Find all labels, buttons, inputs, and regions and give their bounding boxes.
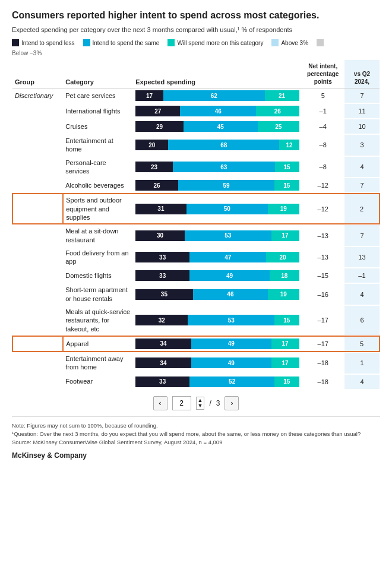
table-row: DiscretionaryPet care services 17 62 21 … (12, 88, 380, 103)
category-cell: Alcoholic beverages (63, 178, 133, 192)
table-row: Footwear 33 52 15 –184 (12, 375, 380, 389)
bar-dark: 31 (135, 204, 186, 214)
bar-chart: 33 49 18 (135, 270, 299, 281)
net-cell: –4 (302, 119, 344, 134)
bar-chart: 29 45 25 (135, 121, 299, 132)
group-cell (12, 268, 63, 283)
legend-label-above: Above 3% (281, 40, 308, 46)
net-cell: –18 (302, 353, 344, 374)
group-cell (12, 375, 63, 389)
bar-dark: 23 (135, 162, 173, 172)
category-cell: Domestic flights (63, 268, 133, 283)
bar-chart: 34 49 17 (135, 338, 299, 349)
bar-teal: 15 (274, 376, 299, 387)
group-cell (12, 178, 63, 192)
group-cell (12, 247, 63, 268)
bar-dark: 33 (135, 270, 189, 281)
group-cell (12, 306, 63, 335)
category-cell: Personal-care services (63, 157, 133, 178)
bar-cell: 34 49 17 (133, 353, 301, 374)
bar-teal: 17 (271, 338, 299, 349)
bar-dark: 17 (135, 90, 163, 101)
legend: Intend to spend less Intend to spend the… (12, 39, 324, 46)
bar-blue: 49 (191, 357, 271, 368)
net-cell: 5 (302, 88, 344, 103)
bar-blue: 53 (185, 230, 271, 241)
bar-teal: 26 (256, 106, 299, 116)
bar-dark: 29 (135, 121, 184, 132)
bar-blue: 59 (178, 180, 274, 191)
table-row: Domestic flights 33 49 18 –15–1 (12, 268, 380, 283)
table-row: Personal-care services 23 63 15 –84 (12, 157, 380, 178)
bar-dark: 33 (135, 376, 189, 387)
bar-chart: 17 62 21 (135, 90, 299, 101)
category-cell: Entertainment at home (63, 135, 133, 156)
bar-chart: 32 53 15 (135, 315, 299, 325)
bar-chart: 34 49 17 (135, 357, 299, 368)
net-cell: –17 (302, 306, 344, 335)
bar-cell: 33 49 18 (133, 268, 301, 283)
bar-dark: 26 (135, 180, 178, 191)
bar-blue: 53 (188, 315, 274, 325)
net-cell: –18 (302, 375, 344, 389)
bar-blue: 49 (191, 338, 271, 349)
table-row: Food delivery from an app 33 47 20 –1313 (12, 247, 380, 268)
page-separator: / (209, 399, 211, 407)
bar-teal: 19 (268, 204, 299, 214)
category-cell: Apparel (63, 336, 133, 352)
vs-cell: 11 (344, 104, 380, 118)
bar-dark: 30 (135, 230, 185, 241)
subtitle: Expected spending per category over the … (12, 26, 380, 34)
page-number-input[interactable] (172, 396, 191, 410)
bar-chart: 33 47 20 (135, 252, 299, 262)
bar-chart: 30 53 17 (135, 230, 299, 241)
footnote-line: ¹Question: Over the next 3 months, do yo… (12, 430, 380, 438)
bar-dark: 32 (135, 315, 188, 325)
legend-item-same: Intend to spend the same (83, 39, 160, 46)
bar-teal: 20 (266, 252, 299, 262)
table-row: Entertainment at home 20 68 12 –83 (12, 135, 380, 156)
net-cell: –8 (302, 157, 344, 178)
bar-dark: 33 (135, 252, 189, 262)
vs-cell: –1 (344, 268, 380, 283)
vs-cell: 4 (344, 284, 380, 305)
table-row: Entertainment away from home 34 49 17 –1… (12, 353, 380, 374)
bar-chart: 20 68 12 (135, 140, 299, 150)
bar-cell: 29 45 25 (133, 119, 301, 134)
net-cell: –12 (302, 194, 344, 224)
bar-dark: 20 (135, 140, 168, 150)
prev-page-button[interactable]: ‹ (153, 396, 167, 410)
legend-label-less: Intend to spend less (21, 40, 75, 46)
below-label: Below −3% (12, 50, 380, 56)
page-stepper[interactable]: ▲▼ (196, 397, 205, 410)
next-page-button[interactable]: › (225, 396, 239, 410)
group-cell (12, 225, 63, 246)
bar-blue: 46 (193, 289, 268, 300)
category-cell: Cruises (63, 119, 133, 134)
bar-dark: 34 (135, 357, 191, 368)
bar-teal: 15 (274, 315, 299, 325)
bar-teal: 15 (274, 180, 299, 191)
group-cell (12, 104, 63, 118)
net-cell: –16 (302, 284, 344, 305)
bar-teal: 17 (271, 230, 299, 241)
legend-label-more: Will spend more on this category (177, 40, 263, 46)
vs-cell: 2 (344, 194, 380, 224)
bar-teal: 15 (275, 162, 299, 172)
vs-cell: 5 (344, 336, 380, 352)
bar-dark: 35 (135, 289, 192, 300)
bar-chart: 23 63 15 (135, 162, 299, 172)
bar-blue: 62 (163, 90, 265, 101)
table-row: Meal at a sit-down restaurant 30 53 17 –… (12, 225, 380, 246)
bar-cell: 32 53 15 (133, 306, 301, 335)
category-cell: Short-term apartment or house rentals (63, 284, 133, 305)
bar-cell: 33 47 20 (133, 247, 301, 268)
vs-cell: 13 (344, 247, 380, 268)
group-cell (12, 284, 63, 305)
bar-blue: 49 (189, 270, 270, 281)
group-cell (12, 135, 63, 156)
bar-teal: 18 (270, 270, 299, 281)
vs-cell: 7 (344, 88, 380, 103)
category-cell: Pet care services (63, 88, 133, 103)
legend-color-grey (317, 39, 324, 46)
